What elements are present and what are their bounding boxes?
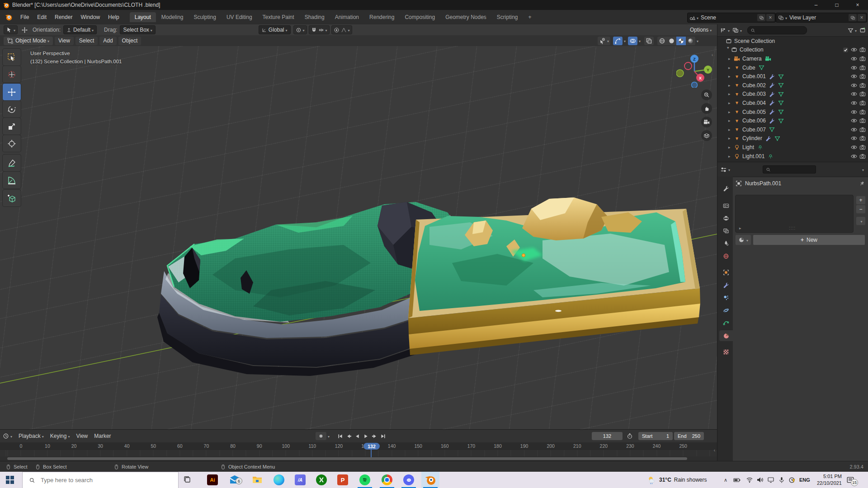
camera-view-button[interactable] [701, 117, 712, 127]
show-gizmo-toggle[interactable] [613, 37, 623, 45]
add-material-slot-button[interactable]: + [856, 196, 866, 205]
hide-viewport-icon[interactable] [851, 135, 857, 141]
outliner-object-row[interactable]: ▼ Cube.005 [717, 108, 868, 117]
remove-material-slot-button[interactable]: − [856, 205, 866, 214]
maximize-button[interactable]: □ [826, 0, 847, 10]
hide-viewport-icon[interactable] [851, 109, 857, 115]
disable-render-icon[interactable] [859, 153, 866, 160]
hide-viewport-icon[interactable] [851, 82, 857, 89]
properties-search-input[interactable] [771, 166, 804, 174]
unlink-scene-icon[interactable]: × [766, 14, 774, 21]
hide-viewport-icon[interactable] [851, 127, 857, 133]
disable-render-icon[interactable] [859, 82, 866, 89]
outliner-object-row[interactable]: ▼ Cube [717, 63, 868, 72]
transform-orientation-dropdown[interactable]: Global [259, 25, 291, 34]
menu-render[interactable]: Render [51, 13, 76, 22]
editor-type-icon[interactable] [720, 27, 730, 33]
playhead-line[interactable] [371, 449, 372, 458]
workspace-tab-sculpting[interactable]: Sculpting [189, 12, 221, 22]
taskbar-app-file-explorer[interactable] [248, 472, 266, 488]
tab-view-layer[interactable] [719, 225, 733, 236]
workspace-tab-texture-paint[interactable]: Texture Paint [258, 12, 299, 22]
outliner-search[interactable] [747, 26, 807, 34]
viewport-3d-canvas[interactable]: User Perspective (132) Scene Collection … [0, 46, 717, 429]
start-button[interactable] [6, 476, 14, 484]
taskbar-app-discord[interactable] [400, 472, 418, 488]
taskbar-app-slash-a[interactable]: /A [291, 472, 309, 488]
taskbar-app-illustrator[interactable]: Ai [203, 472, 222, 488]
properties-search[interactable] [763, 165, 816, 174]
material-specials-button[interactable] [856, 216, 866, 225]
tab-tool[interactable] [719, 183, 733, 194]
taskbar-app-edge[interactable] [270, 472, 288, 488]
timeline-menu-marker[interactable]: Marker [94, 433, 111, 439]
alarm-warning-icon[interactable] [788, 472, 796, 488]
editor-type-icon[interactable] [720, 166, 730, 173]
view-layer-selector[interactable]: View Layer × [776, 13, 867, 23]
disable-render-icon[interactable] [859, 91, 866, 97]
properties-options-icon[interactable] [861, 166, 864, 173]
tab-scene[interactable] [719, 238, 733, 249]
start-frame-field[interactable]: Start1 [638, 432, 673, 440]
outliner-search-input[interactable] [755, 27, 793, 34]
tool-select-box[interactable] [3, 49, 21, 66]
jump-to-end-button[interactable] [379, 432, 387, 440]
viewport-menu-add[interactable]: Add [99, 37, 116, 45]
volume-icon[interactable] [756, 472, 764, 488]
active-tool-icon[interactable] [4, 25, 18, 34]
taskbar-app-spotify[interactable] [356, 472, 374, 488]
workspace-tab-rendering[interactable]: Rendering [364, 12, 399, 22]
taskbar-app-blender[interactable] [421, 472, 439, 488]
viewport-menu-view[interactable]: View [55, 37, 74, 45]
pin-icon[interactable] [859, 181, 865, 187]
hide-viewport-icon[interactable] [851, 100, 857, 106]
new-collection-icon[interactable] [859, 27, 866, 33]
tool-rotate[interactable] [3, 101, 21, 117]
shading-solid-button[interactable] [667, 37, 676, 45]
timeline-menu-view[interactable]: View [76, 433, 88, 439]
disable-render-icon[interactable] [859, 135, 866, 141]
workspace-tab-scripting[interactable]: Scripting [492, 12, 523, 22]
tab-object[interactable] [719, 267, 733, 278]
close-button[interactable]: × [847, 0, 868, 10]
mode-dropdown[interactable]: Object Mode [4, 37, 53, 45]
outliner-object-row[interactable]: ▼ Cube.007 [717, 125, 868, 134]
collapse-arrow[interactable]: ‹ [714, 448, 715, 453]
disable-render-icon[interactable] [859, 117, 866, 124]
disable-render-icon[interactable] [859, 144, 866, 150]
viewport-menu-select[interactable]: Select [75, 37, 98, 45]
timeline-tick-area[interactable] [0, 450, 717, 456]
display-cast-icon[interactable] [767, 472, 774, 488]
workspace-tab-compositing[interactable]: Compositing [400, 12, 440, 22]
shading-material-preview-button[interactable] [676, 37, 686, 45]
workspace-tab-uv-editing[interactable]: UV Editing [222, 12, 257, 22]
outliner-object-row[interactable]: Camera [717, 54, 868, 63]
disable-render-icon[interactable] [859, 56, 866, 62]
list-resize-grip[interactable] [789, 225, 796, 231]
options-button[interactable]: Options [686, 26, 715, 34]
collection-checkbox[interactable] [843, 47, 849, 53]
tab-material[interactable] [719, 330, 733, 341]
outliner-object-row[interactable]: ▼ Cube.002 [717, 81, 868, 90]
auto-key-button[interactable] [316, 432, 326, 440]
menu-edit[interactable]: Edit [33, 13, 51, 22]
tab-texture[interactable] [719, 347, 733, 357]
disable-render-icon[interactable] [859, 65, 866, 71]
hide-viewport-icon[interactable] [851, 73, 857, 80]
taskbar-app-xbox[interactable] [312, 472, 330, 488]
tab-world[interactable] [719, 251, 733, 262]
menu-window[interactable]: Window [76, 13, 104, 22]
outliner-object-row[interactable]: ▼ Cube.003 [717, 90, 868, 99]
tab-particles[interactable] [719, 292, 733, 303]
microphone-icon[interactable] [778, 472, 785, 488]
taskbar-app-mail[interactable]: 6 [226, 472, 244, 488]
hide-viewport-icon[interactable] [851, 153, 857, 160]
current-frame-field[interactable]: 132 [592, 432, 623, 440]
hide-viewport-icon[interactable] [851, 56, 857, 62]
workspace-tab-animation[interactable]: Animation [330, 12, 364, 22]
slot-expand-icon[interactable]: ▸ [739, 226, 741, 230]
new-scene-icon[interactable] [757, 14, 765, 21]
hide-viewport-icon[interactable] [851, 144, 857, 150]
display-mode-icon[interactable] [732, 27, 742, 33]
timeline-menu-keying[interactable]: Keying [50, 433, 70, 439]
